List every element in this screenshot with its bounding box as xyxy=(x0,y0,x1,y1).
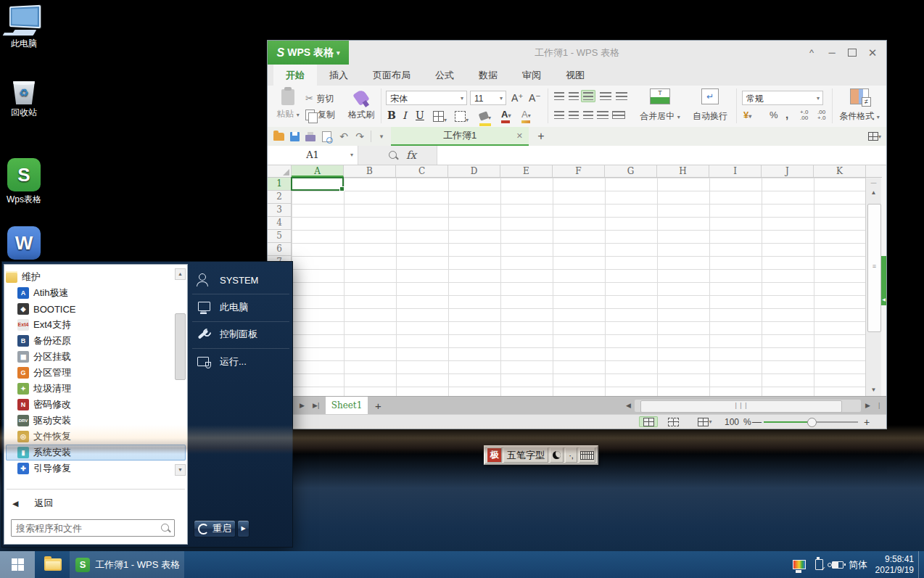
start-menu-item-密码修改[interactable]: N密码修改 xyxy=(6,397,186,413)
start-button[interactable] xyxy=(0,551,35,578)
collapse-ribbon-button[interactable]: ^ xyxy=(802,45,821,60)
hscroll-left-icon[interactable]: ◀ xyxy=(626,397,631,415)
list-scrollbar[interactable]: ▲ ▼ xyxy=(175,268,186,476)
horizontal-scrollbar[interactable]: | | | xyxy=(635,400,861,412)
open-button[interactable] xyxy=(272,130,285,143)
wrap-text-button[interactable]: ↵ 自动换行 xyxy=(688,88,732,123)
merge-center-button[interactable]: T 合并居中 ▾ xyxy=(635,88,685,123)
start-menu-item-Ext4支持[interactable]: Ext4Ext4支持 xyxy=(6,317,186,333)
column-header-D[interactable]: D xyxy=(448,165,500,177)
fullwidth-toggle-button[interactable] xyxy=(550,447,564,463)
highlight-color-button[interactable]: A▾ xyxy=(521,109,531,123)
zoom-in-button[interactable]: + xyxy=(864,415,870,429)
restart-button[interactable]: 重启 xyxy=(194,520,236,537)
align-middle-button[interactable] xyxy=(566,90,581,102)
desktop-icon-this-pc[interactable]: 此电脑 xyxy=(0,6,48,50)
list-scroll-thumb[interactable] xyxy=(175,313,186,380)
sheet-cells[interactable] xyxy=(292,178,866,396)
search-input[interactable] xyxy=(11,519,175,537)
start-menu-item-分区挂载[interactable]: ▦分区挂载 xyxy=(6,349,186,365)
ribbon-tab-公式[interactable]: 公式 xyxy=(423,65,466,86)
horizontal-scroll-thumb[interactable]: | | | xyxy=(640,400,842,413)
row-header-4[interactable]: 4 xyxy=(268,217,291,230)
start-menu-item-备份还原[interactable]: B备份还原 xyxy=(6,333,186,349)
print-button[interactable] xyxy=(304,130,317,143)
close-button[interactable]: ✕ xyxy=(863,45,882,60)
scroll-up-icon[interactable]: ▲ xyxy=(866,189,881,196)
ribbon-tab-审阅[interactable]: 审阅 xyxy=(510,65,553,86)
sheet-tab-sheet1[interactable]: Sheet1 xyxy=(326,397,368,415)
zoom-slider[interactable] xyxy=(764,421,858,423)
column-header-E[interactable]: E xyxy=(500,165,553,177)
minimize-button[interactable]: ─ xyxy=(822,45,841,60)
start-right-item-运行...[interactable]: 运行... xyxy=(189,350,291,374)
print-preview-button[interactable] xyxy=(320,130,333,143)
task-pane-button[interactable]: ▾ xyxy=(868,130,881,143)
percent-format-button[interactable]: % xyxy=(770,110,778,120)
increase-decimal-button[interactable]: +.0.00 xyxy=(800,110,808,121)
start-right-item-控制面板[interactable]: 控制面板 xyxy=(189,322,291,347)
tray-usb-icon[interactable] xyxy=(811,551,827,578)
start-menu-item-垃圾清理[interactable]: ✦垃圾清理 xyxy=(6,381,186,397)
normal-view-button[interactable] xyxy=(639,416,658,427)
align-left-button[interactable] xyxy=(552,109,566,121)
undo-button[interactable]: ↶ xyxy=(337,130,350,143)
zoom-slider-thumb[interactable] xyxy=(807,418,817,427)
row-header-2[interactable]: 2 xyxy=(268,191,291,204)
wps-app-button[interactable]: S WPS 表格 ▾ xyxy=(268,41,349,65)
select-all-corner[interactable] xyxy=(268,165,292,177)
maximize-button[interactable] xyxy=(843,45,862,60)
start-menu-item-分区管理[interactable]: G分区管理 xyxy=(6,365,186,381)
draw-border-button[interactable]: ▾ xyxy=(455,111,469,125)
font-color-button[interactable]: A⁺A▾ xyxy=(501,109,511,123)
custom-view-button[interactable]: ▾ xyxy=(693,416,717,427)
side-panel-tab[interactable]: ◀ xyxy=(881,256,886,305)
cut-button[interactable]: ✂ 剪切 xyxy=(305,91,334,105)
formula-input[interactable] xyxy=(437,149,873,162)
shrink-font-button[interactable]: A⁻ xyxy=(529,92,541,104)
start-right-item-SYSTEM[interactable]: SYSTEM xyxy=(189,268,291,292)
column-header-K[interactable]: K xyxy=(814,165,866,177)
align-center-button[interactable] xyxy=(566,109,581,121)
start-menu-item-驱动安装[interactable]: DRV驱动安装 xyxy=(6,413,186,429)
conditional-format-button[interactable]: ≠ 条件格式 ▾ xyxy=(836,88,883,123)
font-size-combo[interactable]: 11▾ xyxy=(470,91,506,105)
restart-options-button[interactable]: ▶ xyxy=(237,520,249,537)
page-break-view-button[interactable] xyxy=(664,416,682,427)
start-menu-item-系统安装[interactable]: ▮系统安装 xyxy=(6,445,186,461)
comma-format-button[interactable]: , xyxy=(785,108,788,120)
punctuation-toggle-button[interactable]: ·, xyxy=(565,447,577,463)
align-right-button[interactable] xyxy=(581,109,595,121)
taskbar-clock[interactable]: 9:58:41 2021/9/19 xyxy=(875,551,914,578)
title-bar[interactable]: S WPS 表格 ▾ 工作簿1 - WPS 表格 ^ ─ ✕ xyxy=(268,41,886,65)
back-button[interactable]: ◀ 返回 xyxy=(5,495,186,512)
column-header-H[interactable]: H xyxy=(657,165,709,177)
align-bottom-button[interactable] xyxy=(581,90,595,102)
start-menu-item-维护[interactable]: 维护 xyxy=(6,269,174,285)
start-menu-item-Atih极速[interactable]: AAtih极速 xyxy=(6,285,186,301)
start-menu-item-文件恢复[interactable]: ◎文件恢复 xyxy=(6,429,186,445)
bold-button[interactable]: B xyxy=(387,110,396,121)
column-header-I[interactable]: I xyxy=(709,165,762,177)
paste-button[interactable]: 粘贴 ▾ xyxy=(273,89,302,120)
search-icon[interactable] xyxy=(389,151,397,159)
number-format-combo[interactable]: 常规▾ xyxy=(742,91,823,105)
last-sheet-button[interactable]: ▶| xyxy=(313,397,319,415)
column-header-B[interactable]: B xyxy=(344,165,396,177)
scrollbar-split-handle[interactable]: — xyxy=(866,179,881,186)
distribute-button[interactable] xyxy=(611,109,626,121)
underline-button[interactable]: U xyxy=(416,110,424,121)
ime-toolbar[interactable]: 极 五笔字型 ·, xyxy=(484,445,598,465)
ribbon-tab-开始[interactable]: 开始 xyxy=(273,65,317,86)
list-scroll-down-icon[interactable]: ▼ xyxy=(175,464,186,476)
soft-keyboard-button[interactable] xyxy=(579,447,595,463)
tray-language-indicator[interactable]: 简体 xyxy=(847,551,869,578)
selected-cell-a1[interactable] xyxy=(291,177,344,191)
insert-function-button[interactable]: fx xyxy=(406,146,416,165)
currency-format-button[interactable]: ¥▾ xyxy=(743,110,751,120)
new-tab-button[interactable]: + xyxy=(535,130,548,143)
tray-power-icon[interactable] xyxy=(828,551,847,578)
qat-customize-button[interactable]: ▾ xyxy=(375,130,388,143)
font-name-combo[interactable]: 宋体▾ xyxy=(386,91,467,105)
column-header-J[interactable]: J xyxy=(762,165,814,177)
